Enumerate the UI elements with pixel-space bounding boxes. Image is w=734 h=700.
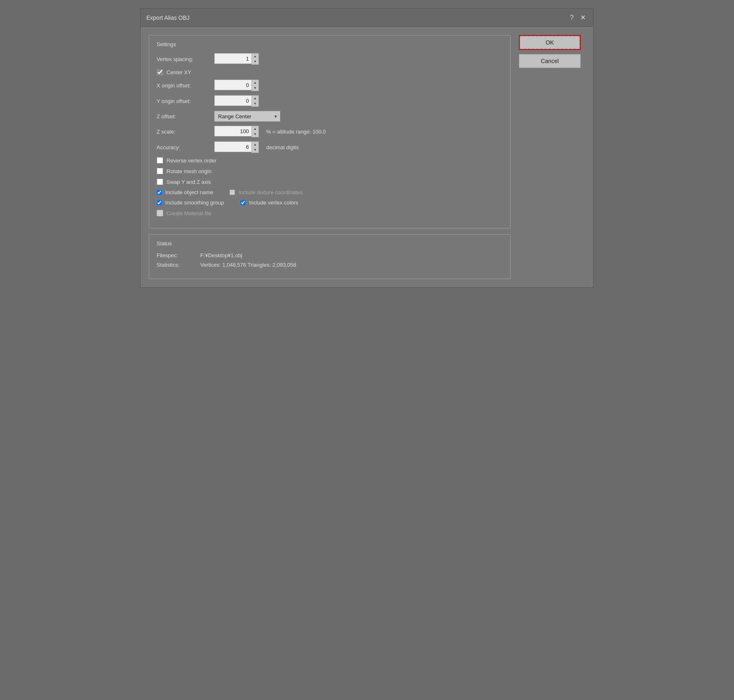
z-scale-input-wrap: ▲ ▼	[214, 126, 259, 137]
rotate-mesh-origin-row: Rotate mesh origin	[157, 168, 503, 174]
y-origin-offset-input[interactable]	[214, 95, 251, 106]
x-origin-offset-up[interactable]: ▲	[252, 80, 258, 85]
vertex-spacing-input[interactable]	[214, 53, 251, 64]
titlebar-buttons: ? ✕	[568, 13, 587, 22]
z-scale-spinner: ▲ ▼	[251, 126, 259, 137]
filespec-row: Filespec: F:¥Desktop¥1.obj	[157, 252, 503, 258]
vertex-spacing-input-wrap: ▲ ▼	[214, 53, 259, 65]
filespec-value: F:¥Desktop¥1.obj	[200, 252, 242, 258]
rotate-mesh-origin-label: Rotate mesh origin	[166, 168, 211, 174]
x-origin-offset-input[interactable]	[214, 80, 251, 90]
statistics-key: Statistics:	[157, 262, 194, 268]
z-offset-select-container: Range Center Min Max None ▼	[214, 111, 280, 122]
accuracy-input-wrap: ▲ ▼	[214, 141, 259, 153]
right-panel: OK Cancel	[519, 35, 585, 68]
z-offset-row: Z offset: Range Center Min Max None ▼	[157, 111, 503, 122]
swap-y-z-checkbox[interactable]	[157, 179, 163, 185]
reverse-vertex-order-checkbox[interactable]	[157, 157, 163, 164]
y-origin-offset-spinner: ▲ ▼	[251, 95, 259, 107]
accuracy-row: Accuracy: ▲ ▼ decimal digits	[157, 141, 503, 153]
status-title: Status	[157, 240, 503, 247]
z-scale-row: Z scale: ▲ ▼ % = altitude range: 100.0	[157, 126, 503, 137]
z-scale-suffix: % = altitude range: 100.0	[266, 129, 326, 135]
create-material-file-label: Create Material file	[166, 210, 211, 216]
vertex-spacing-down[interactable]: ▼	[252, 59, 258, 64]
rotate-mesh-origin-checkbox[interactable]	[157, 168, 163, 174]
z-offset-select[interactable]: Range Center Min Max None	[214, 111, 280, 122]
swap-y-z-label: Swap Y and Z axis	[166, 179, 211, 185]
center-xy-label: Center XY	[166, 69, 191, 75]
accuracy-up[interactable]: ▲	[252, 142, 258, 147]
include-texture-coordinates-checkbox[interactable]	[230, 190, 235, 195]
accuracy-label: Accuracy:	[157, 144, 210, 150]
include-object-name-checkbox[interactable]	[157, 190, 162, 195]
filespec-key: Filespec:	[157, 252, 194, 258]
include-smoothing-group-label: Include smoothing group	[165, 200, 224, 206]
create-material-file-row: Create Material file	[157, 210, 503, 216]
z-scale-up[interactable]: ▲	[252, 126, 258, 132]
accuracy-suffix: decimal digits	[266, 144, 299, 150]
status-section: Status Filespec: F:¥Desktop¥1.obj Statis…	[149, 234, 511, 279]
x-origin-offset-spinner: ▲ ▼	[251, 80, 259, 91]
settings-section: Settings Vertex spacing: ▲ ▼ Cent	[149, 35, 511, 228]
settings-title: Settings	[157, 41, 503, 47]
accuracy-spinner: ▲ ▼	[251, 141, 259, 153]
z-offset-label: Z offset:	[157, 113, 210, 120]
reverse-vertex-order-row: Reverse vertex order	[157, 157, 503, 164]
statistics-value: Vertices: 1,048,576 Triangles: 2,093,058	[200, 262, 296, 268]
dialog-title: Export Alias OBJ	[146, 14, 190, 21]
dialog-body: Settings Vertex spacing: ▲ ▼ Cent	[141, 27, 593, 287]
cancel-button[interactable]: Cancel	[519, 54, 581, 68]
y-origin-offset-label: Y origin offset:	[157, 98, 210, 104]
y-origin-offset-down[interactable]: ▼	[252, 101, 258, 106]
dialog-titlebar: Export Alias OBJ ? ✕	[141, 9, 593, 27]
swap-y-z-row: Swap Y and Z axis	[157, 179, 503, 185]
help-button[interactable]: ?	[568, 13, 575, 22]
y-origin-offset-up[interactable]: ▲	[252, 96, 258, 101]
include-texture-coordinates-label: Include texture coordinates	[238, 189, 303, 195]
z-scale-down[interactable]: ▼	[252, 132, 258, 137]
accuracy-down[interactable]: ▼	[252, 147, 258, 153]
include-vertex-colors-label: Include vertex colors	[249, 200, 298, 206]
center-xy-row: Center XY	[157, 69, 503, 75]
include-smoothing-group-checkbox[interactable]	[157, 200, 162, 205]
center-xy-checkbox[interactable]	[157, 69, 163, 75]
ok-button[interactable]: OK	[519, 35, 581, 50]
include-vertex-colors-checkbox[interactable]	[240, 200, 246, 205]
left-panel: Settings Vertex spacing: ▲ ▼ Cent	[149, 35, 511, 279]
x-origin-offset-down[interactable]: ▼	[252, 85, 258, 91]
accuracy-input[interactable]	[214, 141, 251, 152]
include-texture-coordinates-item: Include texture coordinates	[230, 189, 303, 195]
x-origin-offset-input-wrap: ▲ ▼	[214, 80, 259, 91]
x-origin-offset-label: X origin offset:	[157, 82, 210, 89]
vertex-spacing-row: Vertex spacing: ▲ ▼	[157, 53, 503, 65]
include-object-name-item: Include object name	[157, 189, 213, 195]
x-origin-offset-row: X origin offset: ▲ ▼	[157, 80, 503, 91]
include-smoothing-group-item: Include smoothing group	[157, 200, 224, 206]
include-smoothing-vertex-row: Include smoothing group Include vertex c…	[157, 200, 503, 206]
create-material-file-checkbox[interactable]	[157, 210, 163, 216]
vertex-spacing-label: Vertex spacing:	[157, 56, 210, 62]
reverse-vertex-order-label: Reverse vertex order	[166, 157, 216, 164]
statistics-row: Statistics: Vertices: 1,048,576 Triangle…	[157, 262, 503, 268]
close-button[interactable]: ✕	[579, 13, 587, 22]
include-vertex-colors-item: Include vertex colors	[240, 200, 298, 206]
y-origin-offset-row: Y origin offset: ▲ ▼	[157, 95, 503, 107]
z-scale-label: Z scale:	[157, 129, 210, 135]
export-alias-obj-dialog: Export Alias OBJ ? ✕ Settings Vertex spa…	[140, 8, 593, 288]
include-object-name-label: Include object name	[165, 189, 213, 195]
y-origin-offset-input-wrap: ▲ ▼	[214, 95, 259, 107]
include-object-texture-row: Include object name Include texture coor…	[157, 189, 503, 195]
z-scale-input[interactable]	[214, 126, 251, 136]
vertex-spacing-spinner: ▲ ▼	[251, 53, 259, 65]
vertex-spacing-up[interactable]: ▲	[252, 54, 258, 59]
